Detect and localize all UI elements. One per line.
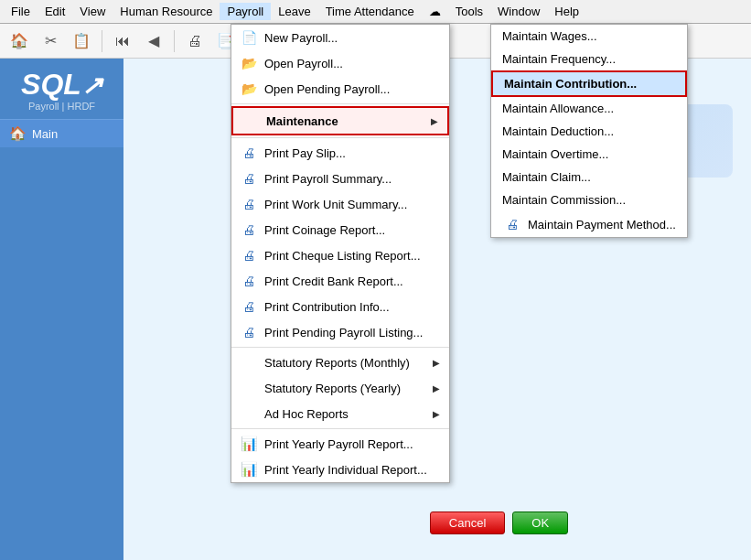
menu-item-open-payroll[interactable]: 📂 Open Payroll... — [231, 50, 449, 76]
open-payroll-icon: 📂 — [239, 55, 259, 71]
menu-item-statutory-yearly[interactable]: Statutory Reports (Yearly) ▶ — [231, 375, 449, 401]
sidebar-subtitle: Payroll | HRDF — [9, 101, 114, 112]
menu-item-print-payroll-summary[interactable]: 🖨 Print Payroll Summary... — [231, 166, 449, 191]
submenu-maintain-allowance[interactable]: Maintain Allowance... — [491, 97, 687, 120]
submenu-maintain-claim[interactable]: Maintain Claim... — [491, 166, 687, 188]
menubar: File Edit View Human Resource Payroll Le… — [0, 0, 751, 24]
submenu-maintain-commission[interactable]: Maintain Commission... — [491, 188, 687, 211]
toolbar-copy[interactable]: 📋 — [68, 27, 95, 55]
new-payroll-icon: 📄 — [239, 29, 259, 46]
home-icon: 🏠 — [9, 125, 27, 142]
toolbar-sep2 — [174, 30, 175, 52]
menu-item-new-payroll[interactable]: 📄 New Payroll... — [231, 25, 449, 50]
toolbar-icon1[interactable]: 🖨 — [181, 27, 209, 55]
maintenance-icon — [241, 113, 261, 129]
cancel-button[interactable]: Cancel — [430, 512, 505, 534]
menu-cloud[interactable]: ☁ — [422, 3, 448, 20]
bottom-buttons: Cancel OK — [247, 506, 751, 540]
menu-window[interactable]: Window — [490, 3, 547, 20]
adhoc-icon — [239, 405, 259, 422]
maintenance-submenu: Maintain Wages... Maintain Frequency... … — [490, 24, 688, 238]
sep3 — [231, 347, 449, 348]
print-contribution-icon: 🖨 — [239, 298, 259, 315]
sep2 — [231, 137, 449, 138]
sep1 — [231, 103, 449, 104]
sidebar-logo: SQL↗ Payroll | HRDF — [0, 59, 123, 119]
menu-item-adhoc[interactable]: Ad Hoc Reports ▶ — [231, 401, 449, 426]
print-coinage-icon: 🖨 — [239, 221, 259, 238]
statutory-monthly-arrow: ▶ — [433, 358, 440, 368]
print-yearly-payroll-icon: 📊 — [239, 436, 259, 452]
menu-item-open-pending-payroll[interactable]: 📂 Open Pending Payroll... — [231, 76, 449, 102]
sidebar-item-main[interactable]: 🏠 Main — [0, 119, 123, 147]
sep4 — [231, 428, 449, 429]
print-work-unit-icon: 🖨 — [239, 196, 259, 212]
menu-item-print-contribution[interactable]: 🖨 Print Contribution Info... — [231, 294, 449, 319]
print-yearly-individual-icon: 📊 — [239, 461, 259, 478]
payment-method-icon: 🖨 — [502, 216, 522, 232]
menu-item-print-coinage[interactable]: 🖨 Print Coinage Report... — [231, 217, 449, 242]
submenu-maintain-payment-method[interactable]: 🖨 Maintain Payment Method... — [491, 211, 687, 237]
print-payroll-summary-icon: 🖨 — [239, 170, 259, 187]
submenu-maintain-overtime[interactable]: Maintain Overtime... — [491, 143, 687, 166]
open-pending-icon: 📂 — [239, 81, 259, 97]
menu-item-print-cheque[interactable]: 🖨 Print Cheque Listing Report... — [231, 242, 449, 268]
menu-item-print-credit-bank[interactable]: 🖨 Print Credit Bank Report... — [231, 268, 449, 294]
print-pay-slip-icon: 🖨 — [239, 145, 259, 161]
toolbar-home[interactable]: 🏠 — [5, 27, 33, 55]
toolbar-sep1 — [102, 30, 102, 52]
toolbar-nav1[interactable]: ⏮ — [109, 27, 136, 55]
submenu-maintain-deduction[interactable]: Maintain Deduction... — [491, 120, 687, 143]
statutory-monthly-icon — [239, 354, 259, 371]
menu-item-print-pending[interactable]: 🖨 Print Pending Payroll Listing... — [231, 319, 449, 345]
menu-leave[interactable]: Leave — [271, 3, 317, 20]
submenu-maintain-frequency[interactable]: Maintain Frequency... — [491, 48, 687, 70]
menu-item-print-work-unit[interactable]: 🖨 Print Work Unit Summary... — [231, 191, 449, 217]
menu-time-attendance[interactable]: Time Attendance — [318, 3, 422, 20]
toolbar-cut[interactable]: ✂ — [37, 27, 64, 55]
menu-item-print-pay-slip[interactable]: 🖨 Print Pay Slip... — [231, 140, 449, 166]
menu-edit[interactable]: Edit — [38, 3, 72, 20]
menu-item-print-yearly-payroll[interactable]: 📊 Print Yearly Payroll Report... — [231, 431, 449, 457]
menu-file[interactable]: File — [4, 3, 38, 20]
menu-tools[interactable]: Tools — [448, 3, 490, 20]
menu-help[interactable]: Help — [547, 3, 586, 20]
print-cheque-icon: 🖨 — [239, 247, 259, 264]
maintenance-arrow: ▶ — [431, 116, 438, 126]
menu-human-resource[interactable]: Human Resource — [113, 3, 220, 20]
adhoc-arrow: ▶ — [433, 409, 440, 419]
toolbar-nav2[interactable]: ◀ — [140, 27, 167, 55]
sql-logo: SQL↗ — [9, 70, 114, 99]
print-pending-icon: 🖨 — [239, 324, 259, 340]
ok-button[interactable]: OK — [512, 512, 568, 534]
menu-item-print-yearly-individual[interactable]: 📊 Print Yearly Individual Report... — [231, 457, 449, 482]
submenu-maintain-wages[interactable]: Maintain Wages... — [491, 25, 687, 48]
sidebar: SQL↗ Payroll | HRDF 🏠 Main — [0, 59, 123, 560]
menu-view[interactable]: View — [72, 3, 113, 20]
print-credit-icon: 🖨 — [239, 273, 259, 289]
statutory-yearly-icon — [239, 380, 259, 396]
statutory-yearly-arrow: ▶ — [433, 383, 440, 393]
menu-item-statutory-monthly[interactable]: Statutory Reports (Monthly) ▶ — [231, 350, 449, 375]
menu-payroll[interactable]: Payroll — [220, 3, 271, 20]
submenu-maintain-contribution[interactable]: Maintain Contribution... — [491, 70, 687, 97]
sidebar-item-main-label: Main — [32, 127, 58, 141]
menu-item-maintenance[interactable]: Maintenance ▶ — [231, 106, 449, 135]
payroll-dropdown: 📄 New Payroll... 📂 Open Payroll... 📂 Ope… — [231, 24, 450, 483]
